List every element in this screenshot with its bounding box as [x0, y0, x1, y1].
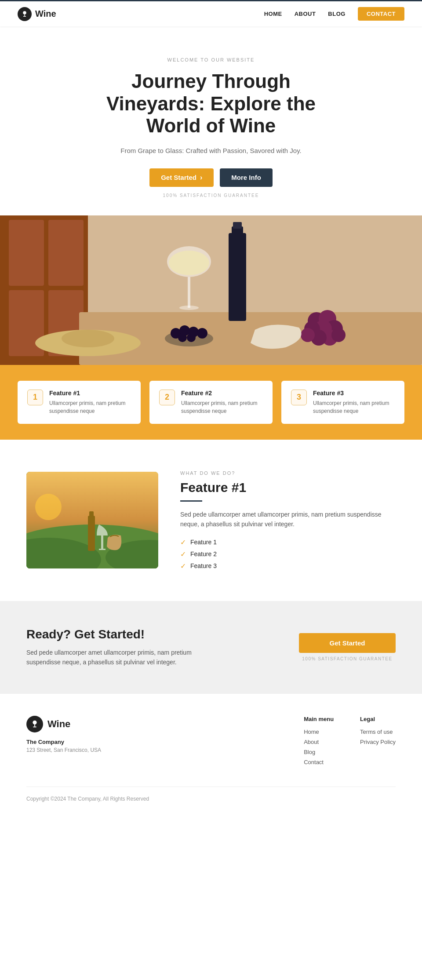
feature-list-item-2: ✓ Feature 2 — [180, 550, 396, 558]
footer-link-privacy[interactable]: Privacy Policy — [360, 739, 396, 745]
feature-desc-1: Ullamcorper primis, nam pretium suspendi… — [49, 399, 131, 415]
svg-point-15 — [169, 251, 209, 275]
get-started-button[interactable]: Get Started › — [149, 168, 214, 187]
arrow-icon: › — [200, 174, 202, 182]
footer-logo-text: Wine — [47, 718, 70, 730]
feature-number-2: 2 — [159, 390, 175, 405]
feature-card-2: 2 Feature #2 Ullamcorper primis, nam pre… — [149, 381, 273, 424]
feature-list-label-1: Feature 1 — [190, 539, 217, 546]
more-info-button[interactable]: More Info — [220, 168, 273, 187]
svg-rect-5 — [9, 220, 44, 286]
hero-guarantee: 100% SATISFACTION GUARANTEE — [18, 193, 404, 198]
feature-text-3: Feature #3 Ullamcorper primis, nam preti… — [313, 390, 395, 415]
features-bar: 1 Feature #1 Ullamcorper primis, nam pre… — [0, 365, 422, 440]
hero-image-placeholder — [0, 215, 422, 365]
feature-title-1: Feature #1 — [49, 390, 131, 397]
footer-address: 123 Street, San Francisco, USA — [26, 747, 277, 753]
check-icon-3: ✓ — [180, 562, 186, 570]
feature-text-1: Feature #1 Ullamcorper primis, nam preti… — [49, 390, 131, 415]
features-grid: 1 Feature #1 Ullamcorper primis, nam pre… — [18, 381, 404, 424]
footer-legal: Legal Terms of use Privacy Policy — [360, 716, 396, 769]
footer-logo-icon — [26, 716, 43, 732]
cta-get-started-button[interactable]: Get Started — [299, 633, 396, 653]
footer-top: Wine The Company 123 Street, San Francis… — [26, 716, 396, 769]
feature-image-placeholder — [26, 472, 158, 568]
footer-link-terms[interactable]: Terms of use — [360, 729, 396, 735]
footer-link-home[interactable]: Home — [304, 729, 334, 735]
logo-text: Wine — [35, 9, 56, 19]
svg-rect-45 — [33, 727, 36, 728]
footer-copyright: Copyright ©2024 The Company, All Rights … — [26, 796, 149, 802]
footer-main-menu: Main menu Home About Blog Contact — [304, 716, 334, 769]
feature-detail-image — [26, 472, 158, 568]
footer-company: The Company — [26, 739, 277, 745]
svg-rect-44 — [34, 725, 35, 727]
cta-section: Ready? Get Started! Sed pede ullamcorper… — [0, 601, 422, 694]
cta-guarantee: 100% SATISFACTION GUARANTEE — [299, 656, 396, 661]
footer-brand: Wine The Company 123 Street, San Francis… — [26, 716, 277, 769]
footer-main-menu-title: Main menu — [304, 716, 334, 722]
footer: Wine The Company 123 Street, San Francis… — [0, 693, 422, 815]
hero-description: From Grape to Glass: Crafted with Passio… — [18, 147, 404, 154]
feature-desc-2: Ullamcorper primis, nam pretium suspendi… — [181, 399, 263, 415]
feature-number-1: 1 — [27, 390, 43, 405]
feature-detail-section: WHAT DO WE DO? Feature #1 Sed pede ullam… — [0, 440, 422, 601]
svg-rect-42 — [89, 511, 94, 518]
nav-link-home[interactable]: HOME — [264, 11, 282, 17]
svg-point-0 — [23, 11, 26, 15]
cta-right: Get Started 100% SATISFACTION GUARANTEE — [299, 633, 396, 661]
svg-point-17 — [179, 306, 199, 310]
feature-title-3: Feature #3 — [313, 390, 395, 397]
cta-left: Ready? Get Started! Sed pede ullamcorper… — [26, 627, 211, 667]
svg-point-43 — [33, 721, 36, 725]
footer-logo: Wine — [26, 716, 277, 732]
svg-rect-16 — [188, 277, 190, 308]
svg-point-33 — [197, 328, 207, 339]
footer-wine-icon — [30, 719, 40, 729]
feature-list: ✓ Feature 1 ✓ Feature 2 ✓ Feature 3 — [180, 538, 396, 570]
hero-title: Journey Through Vineyards: Explore the W… — [88, 70, 334, 137]
svg-rect-13 — [233, 222, 242, 229]
cta-description: Sed pede ullamcorper amet ullamcorper pr… — [26, 648, 211, 667]
feature-card-1: 1 Feature #1 Ullamcorper primis, nam pre… — [18, 381, 141, 424]
cta-inner: Ready? Get Started! Sed pede ullamcorper… — [26, 627, 396, 667]
svg-point-40 — [35, 494, 62, 520]
footer-bottom: Copyright ©2024 The Company, All Rights … — [26, 787, 396, 802]
feature-detail-divider — [180, 500, 202, 502]
svg-rect-41 — [88, 516, 95, 551]
feature-number-3: 3 — [291, 390, 307, 405]
svg-rect-6 — [48, 220, 84, 286]
nav-links: HOME ABOUT BLOG CONTACT — [264, 7, 404, 21]
feature-detail-title: Feature #1 — [180, 480, 396, 495]
nav-logo: Wine — [18, 7, 56, 21]
footer-link-blog[interactable]: Blog — [304, 749, 334, 755]
feature-desc-3: Ullamcorper primis, nam pretium suspendi… — [313, 399, 395, 415]
wine-scene-svg — [0, 215, 422, 365]
feature-detail-content: WHAT DO WE DO? Feature #1 Sed pede ullam… — [180, 470, 396, 570]
feature-list-item-3: ✓ Feature 3 — [180, 562, 396, 570]
logo-icon — [18, 7, 32, 21]
feature-list-label-2: Feature 2 — [190, 550, 217, 557]
svg-point-34 — [178, 333, 187, 342]
get-started-label: Get Started — [161, 174, 196, 181]
feature-title-2: Feature #2 — [181, 390, 263, 397]
hero-buttons: Get Started › More Info — [18, 168, 404, 187]
vineyard-scene-svg — [26, 472, 158, 568]
svg-point-28 — [62, 330, 114, 347]
svg-point-35 — [187, 333, 196, 342]
nav-link-about[interactable]: ABOUT — [295, 11, 316, 17]
svg-rect-1 — [24, 14, 25, 16]
hero-subtitle: WELCOME TO OUR WEBSITE — [18, 57, 404, 62]
feature-list-label-3: Feature 3 — [190, 562, 217, 569]
feature-text-2: Feature #2 Ullamcorper primis, nam preti… — [181, 390, 263, 415]
footer-link-contact[interactable]: Contact — [304, 759, 334, 765]
svg-point-26 — [331, 328, 346, 342]
check-icon-1: ✓ — [180, 538, 186, 546]
svg-rect-2 — [23, 16, 26, 17]
cta-title: Ready? Get Started! — [26, 627, 211, 641]
contact-button[interactable]: CONTACT — [358, 7, 404, 21]
hero-section: WELCOME TO OUR WEBSITE Journey Through V… — [0, 26, 422, 215]
nav-link-blog[interactable]: BLOG — [328, 11, 346, 17]
feature-card-3: 3 Feature #3 Ullamcorper primis, nam pre… — [281, 381, 404, 424]
footer-link-about[interactable]: About — [304, 739, 334, 745]
